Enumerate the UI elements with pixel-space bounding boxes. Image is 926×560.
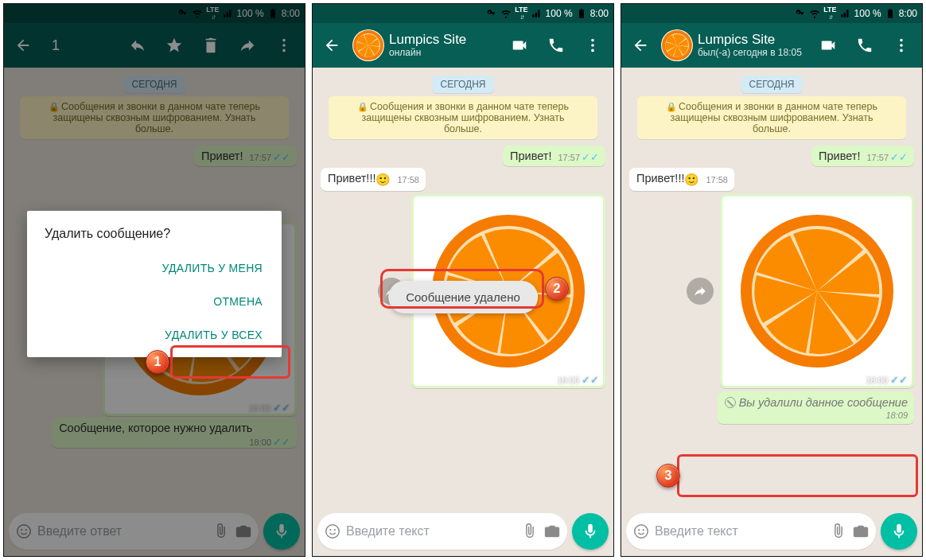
- status-bar: LTE↓↑ 100 % 8:00: [313, 4, 613, 23]
- contact-status: онлайн: [389, 48, 499, 58]
- emoji-icon[interactable]: [324, 523, 341, 540]
- lock-icon: 🔒: [666, 102, 677, 111]
- battery-percent: 100 %: [854, 8, 881, 19]
- contact-name: Lumpics Site: [698, 33, 807, 48]
- network-type: LTE↓↑: [823, 6, 836, 21]
- battery-icon: [576, 8, 587, 19]
- more-button[interactable]: [885, 29, 917, 61]
- encryption-notice[interactable]: 🔒Сообщения и звонки в данном чате теперь…: [637, 96, 906, 139]
- quick-forward-button[interactable]: [687, 278, 714, 305]
- contact-header[interactable]: Lumpics Site онлайн: [389, 33, 499, 58]
- wifi-icon: [809, 8, 820, 19]
- contact-name: Lumpics Site: [389, 33, 499, 48]
- contact-status: был(-а) сегодня в 18:05: [698, 48, 807, 58]
- mic-button[interactable]: [881, 513, 917, 550]
- input-placeholder: Введите текст: [346, 524, 516, 539]
- screenshot-panel-2: LTE↓↑ 100 % 8:00 Lumpics Site онлайн СЕГ…: [312, 3, 614, 557]
- delete-for-everyone-button[interactable]: УДАЛИТЬ У ВСЕХ: [157, 319, 270, 351]
- video-call-button[interactable]: [812, 29, 844, 61]
- voice-call-button[interactable]: [540, 29, 572, 61]
- emoji-icon[interactable]: [632, 523, 650, 540]
- message-input-bar: Введите текст: [621, 508, 922, 556]
- vpn-key-icon: [486, 8, 497, 19]
- video-call-button[interactable]: [504, 29, 535, 61]
- back-button[interactable]: [624, 29, 656, 61]
- signal-icon: [531, 8, 543, 19]
- mic-button[interactable]: [572, 513, 609, 550]
- battery-icon: [885, 8, 896, 19]
- more-button[interactable]: [577, 29, 609, 61]
- message-in[interactable]: Привет!!!🙂17:58: [321, 168, 605, 191]
- chat-app-bar: Lumpics Site был(-а) сегодня в 18:05: [621, 23, 922, 68]
- delete-dialog: Удалить сообщение? УДАЛИТЬ У МЕНЯ ОТМЕНА…: [27, 211, 282, 357]
- clock: 8:00: [590, 8, 609, 19]
- message-input-bar: Введите текст: [313, 508, 613, 556]
- camera-icon[interactable]: [543, 523, 561, 540]
- date-chip: СЕГОДНЯ: [741, 76, 802, 93]
- prohibited-icon: [725, 397, 736, 408]
- message-image-out[interactable]: 18:00✓✓: [629, 194, 914, 388]
- attach-icon[interactable]: [521, 523, 539, 540]
- lock-icon: 🔒: [357, 102, 368, 111]
- toast-message: Сообщение удалено: [388, 281, 538, 313]
- delete-for-me-button[interactable]: УДАЛИТЬ У МЕНЯ: [154, 252, 270, 284]
- screenshot-panel-1: LTE↓↑ 100 % 8:00 1 СЕГОДНЯ 🔒Сообщения и …: [3, 3, 305, 557]
- date-chip: СЕГОДНЯ: [432, 76, 493, 93]
- avatar[interactable]: [352, 29, 384, 61]
- input-placeholder: Введите текст: [655, 524, 825, 539]
- avatar[interactable]: [661, 29, 693, 61]
- chat-area: СЕГОДНЯ 🔒Сообщения и звонки в данном чат…: [621, 68, 922, 508]
- battery-percent: 100 %: [546, 8, 573, 19]
- signal-icon: [840, 8, 851, 19]
- wifi-icon: [500, 8, 512, 19]
- message-out[interactable]: Привет!17:57✓✓: [629, 146, 914, 166]
- screenshot-panel-3: LTE↓↑ 100 % 8:00 Lumpics Site был(-а) се…: [621, 3, 923, 557]
- image-content: [737, 212, 897, 371]
- contact-header[interactable]: Lumpics Site был(-а) сегодня в 18:05: [698, 33, 807, 58]
- message-out[interactable]: Привет!17:57✓✓: [321, 146, 605, 166]
- dialog-title: Удалить сообщение?: [45, 227, 270, 241]
- chat-app-bar: Lumpics Site онлайн: [313, 23, 613, 68]
- clock: 8:00: [899, 8, 917, 19]
- vpn-key-icon: [795, 8, 806, 19]
- status-bar: LTE↓↑ 100 % 8:00: [621, 4, 922, 23]
- cancel-button[interactable]: ОТМЕНА: [205, 286, 270, 317]
- network-type: LTE↓↑: [515, 6, 527, 21]
- message-input[interactable]: Введите текст: [317, 513, 567, 550]
- message-input[interactable]: Введите текст: [626, 513, 876, 550]
- smile-emoji-icon: 🙂: [375, 173, 391, 186]
- camera-icon[interactable]: [852, 523, 870, 540]
- attach-icon[interactable]: [830, 523, 847, 540]
- message-in[interactable]: Привет!!!🙂17:58: [629, 168, 914, 191]
- smile-emoji-icon: 🙂: [684, 173, 699, 186]
- encryption-notice[interactable]: 🔒Сообщения и звонки в данном чате теперь…: [329, 96, 597, 139]
- back-button[interactable]: [316, 29, 348, 61]
- voice-call-button[interactable]: [849, 29, 881, 61]
- message-deleted[interactable]: Вы удалили данное сообщение 18:09: [629, 391, 914, 424]
